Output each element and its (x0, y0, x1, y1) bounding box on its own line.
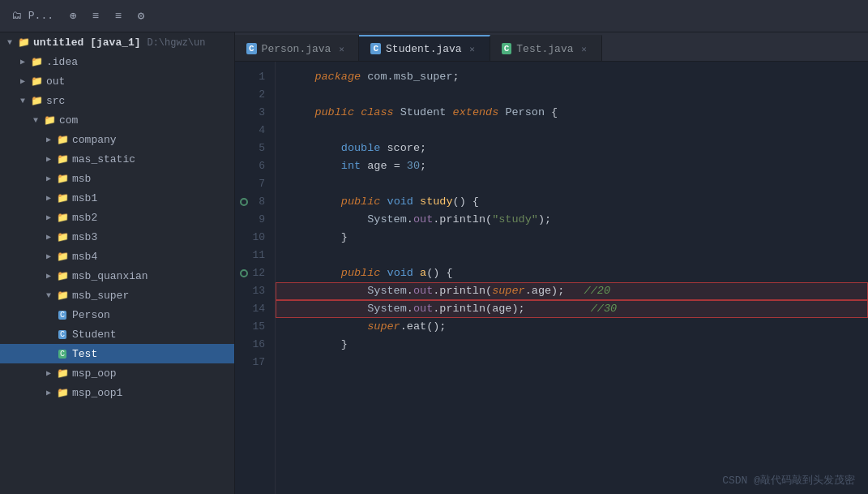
msb2-arrow: ▶ (42, 211, 55, 224)
line-numbers: 1234567891011121314151617 (235, 62, 276, 494)
msb1-folder-icon: 📁 (55, 191, 70, 204)
msb-super-folder-icon: 📁 (55, 289, 70, 302)
msb4-folder-icon: 📁 (55, 250, 70, 263)
msb-folder-icon: 📁 (55, 172, 70, 185)
msb2-label: msb2 (72, 212, 97, 224)
msb-quanxian-label: msb_quanxian (72, 270, 148, 282)
person-label: Person (72, 309, 110, 321)
code-line-13: System.out.println(super.age); //20 (276, 282, 868, 300)
root-arrow: ▼ (3, 36, 16, 49)
code-line-8: public void study() { (276, 193, 868, 211)
sidebar-item-msb3[interactable]: ▶ 📁 msb3 (0, 227, 234, 247)
sidebar-item-test[interactable]: C Test (0, 344, 234, 363)
sidebar-item-mas-static[interactable]: ▶ 📁 mas_static (0, 149, 234, 169)
tab-test-label: Test.java (516, 43, 573, 55)
code-line-14: System.out.println(age); //30 (276, 300, 868, 318)
sidebar-item-msp-oop[interactable]: ▶ 📁 msp_oop (0, 363, 234, 383)
company-folder-icon: 📁 (55, 133, 70, 146)
mas-static-arrow: ▶ (42, 152, 55, 165)
code-body[interactable]: package com.msb_super; public class Stud… (276, 62, 868, 494)
add-icon[interactable]: ⊕ (65, 8, 81, 24)
tab-person[interactable]: C Person.java ✕ (235, 35, 359, 61)
project-icon: 🗂 (11, 10, 22, 22)
line-num-6: 6 (235, 157, 275, 175)
tab-person-icon: C (246, 43, 257, 54)
src-arrow: ▼ (16, 94, 29, 107)
msb2-folder-icon: 📁 (55, 211, 70, 224)
line-num-13: 13 (235, 282, 275, 300)
msb-label: msb (72, 173, 91, 185)
msp-oop1-folder-icon: 📁 (55, 386, 70, 399)
com-label: com (59, 114, 78, 127)
list2-icon[interactable]: ≡ (110, 8, 126, 24)
msb-super-label: msb_super (72, 290, 129, 302)
code-line-6: int age = 30; (276, 157, 868, 175)
line-num-15: 15 (235, 318, 275, 336)
code-line-2 (276, 86, 868, 104)
code-line-16: } (276, 336, 868, 354)
msp-oop-arrow: ▶ (42, 367, 55, 380)
company-label: company (72, 134, 117, 146)
sidebar-item-msb[interactable]: ▶ 📁 msb (0, 169, 234, 188)
code-line-11 (276, 247, 868, 264)
sidebar-item-msb4[interactable]: ▶ 📁 msb4 (0, 247, 234, 266)
msb3-label: msb3 (72, 231, 97, 243)
sidebar-item-company[interactable]: ▶ 📁 company (0, 130, 234, 149)
tab-student-close[interactable]: ✕ (467, 43, 478, 54)
sidebar-root[interactable]: ▼ 📁 untitled [java_1] D:\hgwz\un (0, 32, 234, 52)
sidebar-item-msb-quanxian[interactable]: ▶ 📁 msb_quanxian (0, 266, 234, 286)
line-num-16: 16 (235, 336, 275, 354)
company-arrow: ▶ (42, 133, 55, 146)
tab-person-close[interactable]: ✕ (336, 43, 347, 54)
msb-super-arrow: ▼ (42, 289, 55, 302)
sidebar-item-out[interactable]: ▶ 📁 out (0, 71, 234, 91)
tab-test[interactable]: C Test.java ✕ (490, 35, 602, 61)
code-line-4 (276, 122, 868, 140)
gutter-icon-12 (240, 269, 248, 277)
src-folder-icon: 📁 (29, 94, 44, 107)
line-num-3: 3 (235, 104, 275, 122)
person-java-icon: C (55, 308, 70, 321)
mas-static-label: mas_static (72, 153, 135, 165)
sidebar-item-com[interactable]: ▼ 📁 com (0, 110, 234, 130)
tab-person-label: Person.java (262, 43, 331, 55)
sidebar-item-idea[interactable]: ▶ 📁 .idea (0, 52, 234, 71)
settings-icon[interactable]: ⚙ (133, 8, 149, 24)
sidebar-item-src[interactable]: ▼ 📁 src (0, 91, 234, 110)
sidebar-item-student[interactable]: C Student (0, 324, 234, 344)
idea-arrow: ▶ (16, 55, 29, 68)
line-num-10: 10 (235, 229, 275, 247)
list-icon[interactable]: ≡ (88, 8, 104, 24)
code-line-15: super.eat(); (276, 318, 868, 336)
msb4-arrow: ▶ (42, 250, 55, 263)
line-num-9: 9 (235, 211, 275, 229)
sidebar: ▼ 📁 untitled [java_1] D:\hgwz\un ▶ 📁 .id… (0, 32, 235, 494)
line-num-14: 14 (235, 300, 275, 318)
tab-student[interactable]: C Student.java ✕ (359, 35, 490, 61)
msb-quanxian-folder-icon: 📁 (55, 269, 70, 282)
tab-bar: C Person.java ✕ C Student.java ✕ C Test.… (235, 32, 868, 62)
project-dropdown[interactable]: 🗂 P... (6, 8, 58, 24)
sidebar-item-msp-oop1[interactable]: ▶ 📁 msp_oop1 (0, 383, 234, 402)
idea-folder-icon: 📁 (29, 55, 44, 68)
line-num-17: 17 (235, 354, 275, 372)
out-label: out (46, 75, 65, 88)
src-label: src (46, 95, 65, 107)
test-java-icon: C (55, 347, 70, 360)
student-java-icon: C (55, 328, 70, 341)
idea-label: .idea (46, 56, 78, 68)
msb4-label: msb4 (72, 251, 97, 263)
com-arrow: ▼ (29, 114, 42, 127)
root-folder-icon: 📁 (16, 36, 31, 49)
code-line-1: package com.msb_super; (276, 68, 868, 86)
sidebar-item-msb1[interactable]: ▶ 📁 msb1 (0, 188, 234, 208)
msb-quanxian-arrow: ▶ (42, 269, 55, 282)
sidebar-item-person[interactable]: C Person (0, 305, 234, 324)
test-label: Test (72, 348, 97, 360)
line-num-2: 2 (235, 86, 275, 104)
root-label: untitled [java_1] D:\hgwz\un (33, 37, 205, 49)
tab-test-close[interactable]: ✕ (579, 43, 590, 54)
sidebar-item-msb-super[interactable]: ▼ 📁 msb_super (0, 286, 234, 305)
sidebar-item-msb2[interactable]: ▶ 📁 msb2 (0, 208, 234, 227)
msb-arrow: ▶ (42, 172, 55, 185)
